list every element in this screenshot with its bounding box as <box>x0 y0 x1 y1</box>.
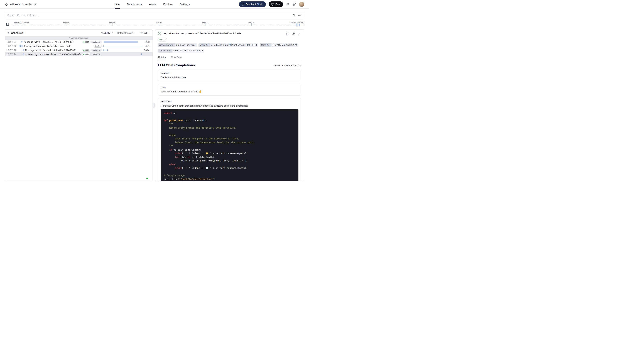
timeline-track[interactable]: May 04, 13:54:00May 06May 09May 11May 13… <box>12 21 304 27</box>
sql-filter-input[interactable] <box>7 14 290 17</box>
meta-value-text: 2024-05-18 13:57:24.915 <box>173 49 203 52</box>
no-older-traces-banner: No older traces exist <box>5 36 153 40</box>
model-name: claude-3-haiku-20240307 <box>274 64 301 67</box>
breadcrumb-project[interactable]: anthropic <box>26 3 37 6</box>
copy-link-icon[interactable] <box>291 32 295 36</box>
trace-row[interactable]: 13:57:202-Asking Anthropic to write some… <box>5 44 153 48</box>
filter-more-button[interactable]: ⋯ <box>298 13 302 17</box>
log-level-info-icon: i <box>158 32 161 35</box>
trace-row[interactable]: 13:54:51Message with 'claude-3-haiku-202… <box>5 40 153 44</box>
code-line: indent (int): The indentation level for … <box>164 141 296 144</box>
code-line: Recursively prints the directory tree st… <box>164 126 296 130</box>
meta-trace-id[interactable]: Trace ID#8073c52a62ffb9ba05c4aa948d01b37… <box>198 43 258 47</box>
code-line: import os <box>164 111 296 115</box>
meta-value-text: #8073c52a62ffb9ba05c4aa948d01b373 <box>214 44 257 46</box>
green-dot-icon <box>83 41 84 42</box>
beta-button[interactable]: ! Beta <box>269 1 283 7</box>
tag-anthropic: anthropic <box>91 53 102 56</box>
timeline-label: May 11 <box>156 22 162 24</box>
timeline-tick <box>251 24 252 26</box>
section-title: LLM Chat Completions <box>158 63 195 67</box>
trace-tags: LLManthropic <box>82 49 102 52</box>
feedback-help-button[interactable]: ? Feedback / Help <box>239 1 266 7</box>
nav-tab-dashboards[interactable]: Dashboards <box>127 0 142 8</box>
app-root: willbakst > anthropic LiveDashboardsAler… <box>0 0 309 182</box>
meta-row-timestamp: Timestamp2024-05-18 13:57:24.915 <box>158 49 301 52</box>
live-indicator-dot <box>146 178 148 179</box>
tag-anthropic: anthropic <box>91 40 102 43</box>
detail-tab-details[interactable]: Details <box>158 55 166 60</box>
detail-panel: i Log: streaming response from 'claude-3… <box>155 29 304 181</box>
nav-tab-alerts[interactable]: Alerts <box>149 0 156 8</box>
control-label: Visibility <box>101 32 110 34</box>
message-role: system <box>161 72 298 74</box>
info-circle-icon: ! <box>271 3 274 6</box>
sidebar-toggle-button[interactable] <box>5 21 10 27</box>
control-visibility[interactable]: Visibility <box>99 31 115 35</box>
chevron-down-icon <box>148 32 149 33</box>
code-line: """ <box>164 144 296 148</box>
panel-columns-icon[interactable] <box>286 32 289 36</box>
trace-row[interactable]: 13:57:24streaming response from 'claude-… <box>5 52 153 56</box>
control-default-levels[interactable]: Default levels <box>115 31 136 35</box>
tag-anthropic: anthropic <box>91 49 102 52</box>
tag-label: LLM <box>85 49 89 51</box>
nav-tabs: LiveDashboardsAlertsExploreSettings <box>115 0 190 8</box>
trace-time: 13:57:20 <box>5 45 17 47</box>
timeline-axis <box>12 25 304 25</box>
nav-tab-explore[interactable]: Explore <box>163 0 173 8</box>
control-live-tail[interactable]: Live tail <box>136 31 151 35</box>
close-icon[interactable] <box>297 32 301 36</box>
tag-llm: LLM <box>82 40 90 43</box>
theme-toggle-sun-icon[interactable] <box>286 2 290 6</box>
question-circle-icon: ? <box>242 3 244 6</box>
gear-icon[interactable]: ⚙ <box>7 32 10 34</box>
span-diamond-icon <box>21 41 23 43</box>
code-line: print_tree(os.path.join(path, item), ind… <box>164 159 296 163</box>
message-card-system: systemReply in markdown one. <box>158 70 301 81</box>
nav-tab-settings[interactable]: Settings <box>180 0 190 8</box>
message-text: Write Python to show a tree of files 🤞. <box>161 90 298 93</box>
trace-row[interactable]: 13:57:20Message with 'claude-3-haiku-202… <box>5 48 153 52</box>
panel-resize-handle[interactable]: ⋮ <box>153 103 155 108</box>
trace-tags: LLManthropic <box>82 40 102 43</box>
timeline-data-tick <box>299 24 300 26</box>
llm-tag: LLM <box>158 38 167 41</box>
search-icon[interactable] <box>292 13 296 17</box>
share-link-icon[interactable] <box>292 2 296 6</box>
breadcrumb-separator-icon: > <box>22 3 24 6</box>
breadcrumb: willbakst > anthropic <box>5 2 37 6</box>
message-card-user: userWrite Python to show a tree of files… <box>158 84 301 96</box>
detail-body: i Log: streaming response from 'claude-3… <box>155 29 304 181</box>
trace-duration: 543ms <box>142 49 153 52</box>
span-diamond-icon <box>23 49 24 51</box>
meta-service-name: Service Nameunknown_service <box>158 43 197 47</box>
message-role: user <box>161 86 298 89</box>
green-dot-icon <box>83 50 84 51</box>
collapse-children-toggle[interactable]: 2- <box>19 45 23 47</box>
sql-filter-bar: ⋯ <box>5 12 304 19</box>
green-dot-icon <box>159 39 161 40</box>
meta-label: Trace ID <box>198 43 210 47</box>
timeline-label: May 09 <box>109 22 115 24</box>
panel-divider: ⋮ <box>153 29 155 181</box>
span-diamond-icon <box>23 53 24 55</box>
code-line: print(' ' * indent + '📁 ' + os.path.base… <box>164 152 296 155</box>
breadcrumb-org[interactable]: willbakst <box>10 3 20 6</box>
link-icon <box>272 44 274 46</box>
tag-logfire: logfire <box>94 45 102 48</box>
timeline-tick <box>159 24 159 26</box>
trace-time: 13:57:20 <box>5 49 17 52</box>
meta-span-id[interactable]: Span ID#24fe5822720f297f <box>260 43 298 47</box>
detail-tab-raw-data[interactable]: Raw Data <box>171 55 182 60</box>
trace-label: streaming response from 'claude-3-haiku-… <box>25 53 81 56</box>
code-line: else: <box>164 163 296 167</box>
nav-tab-live[interactable]: Live <box>115 0 120 8</box>
tag-llm: LLM <box>82 49 90 52</box>
trace-duration: 2.1s <box>142 41 153 43</box>
log-header: i Log: streaming response from 'claude-3… <box>158 32 301 36</box>
log-tags: LLM <box>158 38 301 41</box>
user-avatar[interactable] <box>299 2 304 7</box>
logfire-logo-icon[interactable] <box>5 2 8 6</box>
trace-label: Asking Anthropic to write some code <box>24 45 71 47</box>
